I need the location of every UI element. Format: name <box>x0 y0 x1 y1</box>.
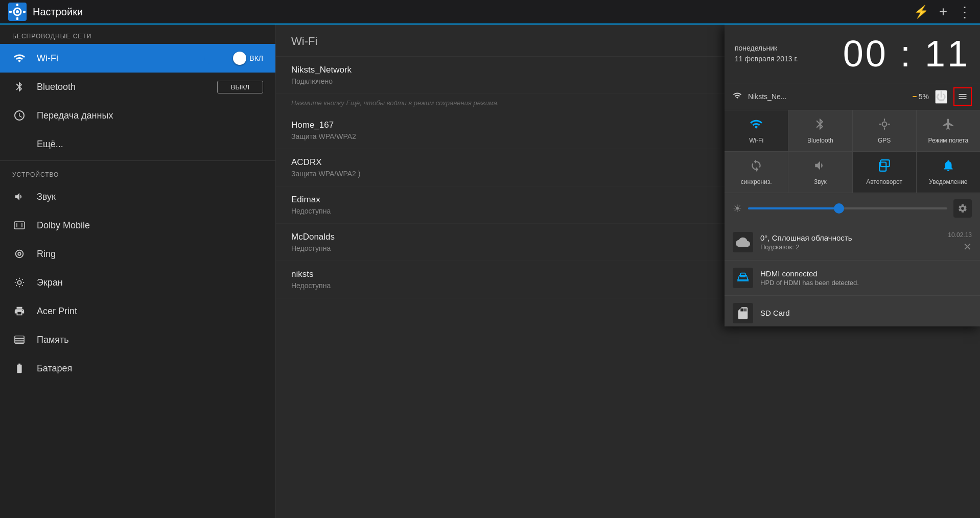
brightness-low-icon: ☀ <box>733 202 742 215</box>
quick-bluetooth-icon <box>813 117 827 134</box>
notif-hdmi[interactable]: HDMI connected HPD of HDMI has been dete… <box>725 260 980 295</box>
ring-label: Ring <box>37 249 263 260</box>
sidebar-item-data[interactable]: Передача данных <box>0 101 275 130</box>
svg-point-14 <box>882 122 886 127</box>
weather-close-button[interactable]: ✕ <box>963 241 972 253</box>
sidebar-item-bluetooth[interactable]: Bluetooth ВЫКЛ <box>0 73 275 101</box>
power-button[interactable]: ⏻ <box>935 90 947 104</box>
bluetooth-toggle: ВЫКЛ <box>217 81 263 93</box>
top-bar-actions: ⚡ + ⋮ <box>914 4 972 20</box>
weather-title: 0°, Сплошная облачность <box>760 233 941 242</box>
svg-rect-7 <box>14 222 25 229</box>
svg-rect-16 <box>880 160 889 167</box>
memory-label: Память <box>37 335 263 345</box>
quick-sync-label: синхрониз. <box>741 178 772 185</box>
status-wifi-icon <box>733 91 742 102</box>
sidebar-item-battery[interactable]: Батарея <box>0 354 275 383</box>
quick-toggle-gps[interactable]: GPS <box>853 110 916 151</box>
svg-rect-18 <box>740 273 745 277</box>
svg-rect-6 <box>23 11 26 13</box>
svg-rect-3 <box>16 4 18 6</box>
quick-settings-button[interactable] <box>953 87 972 106</box>
sdcard-content: SD Card <box>760 309 972 318</box>
weather-icon <box>733 232 753 252</box>
quick-airplane-icon <box>942 117 955 134</box>
ring-icon <box>12 247 27 261</box>
quick-notification-label: Уведомление <box>929 178 967 185</box>
more-button[interactable]: ⋮ <box>958 4 972 20</box>
status-ssid: Niksts_Ne... <box>748 92 906 101</box>
date-display: понедельник 11 февраля 2013 г. <box>735 43 798 64</box>
date-label: 11 февраля 2013 г. <box>735 54 798 64</box>
quick-toggle-autorotate[interactable]: Автоповорот <box>853 152 916 193</box>
quick-sync-icon <box>750 159 763 175</box>
sidebar-item-acer[interactable]: Acer Print <box>0 297 275 325</box>
sidebar-item-memory[interactable]: Память <box>0 325 275 354</box>
sidebar-item-sound[interactable]: Звук <box>0 182 275 211</box>
hdmi-content: HDMI connected HPD of HDMI has been dete… <box>760 269 972 287</box>
page-title: Настройки <box>33 6 914 18</box>
weather-time: 10.02.13 <box>948 231 972 239</box>
sidebar-item-wifi[interactable]: Wi-Fi ВКЛ <box>0 44 275 73</box>
weather-desc: Подсказок: 2 <box>760 243 941 251</box>
acer-icon <box>12 304 27 318</box>
section-device: УСТРОЙСТВО <box>0 163 275 182</box>
more-label: Ещё... <box>37 139 263 150</box>
sidebar-item-screen[interactable]: Экран <box>0 268 275 297</box>
quick-toggle-sound[interactable]: Звук <box>788 152 852 193</box>
dolby-label: Dolby Mobile <box>37 220 263 231</box>
svg-rect-17 <box>737 279 749 281</box>
status-bar-row: Niksts_Ne... 5% ⏻ <box>725 83 980 110</box>
day-label: понедельник <box>735 43 798 54</box>
wifi-icon <box>12 51 27 65</box>
charge-button[interactable]: ⚡ <box>914 5 929 19</box>
quick-autorotate-icon <box>878 159 891 175</box>
quick-toggle-notification[interactable]: Уведомление <box>917 152 980 193</box>
brightness-track[interactable] <box>748 207 947 209</box>
data-label: Передача данных <box>37 110 263 121</box>
bluetooth-toggle-btn[interactable]: ВЫКЛ <box>217 81 263 93</box>
svg-rect-5 <box>9 11 12 13</box>
sdcard-title: SD Card <box>760 309 972 317</box>
wifi-toggle-label: ВКЛ <box>249 54 263 62</box>
sidebar: БЕСПРОВОДНЫЕ СЕТИ Wi-Fi ВКЛ <box>0 25 276 518</box>
content-area: Wi-Fi Niksts_Network Подключено Нажмите … <box>276 25 980 518</box>
quick-toggle-wifi[interactable]: Wi-Fi <box>725 110 788 151</box>
main-layout: БЕСПРОВОДНЫЕ СЕТИ Wi-Fi ВКЛ <box>0 25 980 518</box>
quick-toggle-bluetooth[interactable]: Bluetooth <box>788 110 852 151</box>
clock-area: понедельник 11 февраля 2013 г. 00 : 11 <box>725 25 980 83</box>
hdmi-icon <box>733 268 753 288</box>
time-display: 00 : 11 <box>843 33 970 75</box>
notif-sdcard[interactable]: SD Card <box>725 295 980 326</box>
sidebar-item-dolby[interactable]: Dolby Mobile <box>0 211 275 240</box>
weather-content: 0°, Сплошная облачность Подсказок: 2 <box>760 233 941 251</box>
sidebar-item-more[interactable]: Ещё... <box>0 130 275 158</box>
wifi-toggle: ВКЛ <box>204 53 263 64</box>
screen-icon <box>12 275 27 290</box>
weather-meta: 10.02.13 ✕ <box>948 231 972 253</box>
quick-gps-icon <box>878 117 891 134</box>
more-icon <box>12 137 27 151</box>
brightness-fill <box>748 207 838 209</box>
quick-gps-label: GPS <box>878 137 891 144</box>
notif-weather[interactable]: 0°, Сплошная облачность Подсказок: 2 10.… <box>725 224 980 260</box>
quick-wifi-icon <box>750 117 763 134</box>
quick-toggle-sync[interactable]: синхрониз. <box>725 152 788 193</box>
wifi-toggle-track[interactable] <box>204 53 245 64</box>
sdcard-icon <box>733 303 753 323</box>
sidebar-item-ring[interactable]: Ring <box>0 240 275 268</box>
quick-toggle-airplane[interactable]: Режим полета <box>917 110 980 151</box>
svg-point-2 <box>16 10 19 13</box>
quick-airplane-label: Режим полета <box>928 137 969 144</box>
battery-icon <box>12 361 27 375</box>
section-wireless: БЕСПРОВОДНЫЕ СЕТИ <box>0 25 275 44</box>
svg-rect-4 <box>16 17 18 20</box>
add-button[interactable]: + <box>939 4 947 20</box>
quick-notification-icon <box>942 159 955 175</box>
brightness-thumb[interactable] <box>834 203 844 214</box>
hdmi-title: HDMI connected <box>760 269 972 278</box>
data-icon <box>12 108 27 123</box>
quick-toggles-grid: Wi-Fi Bluetooth <box>725 110 980 193</box>
sound-label: Звук <box>37 192 263 202</box>
brightness-settings-button[interactable] <box>953 199 972 218</box>
